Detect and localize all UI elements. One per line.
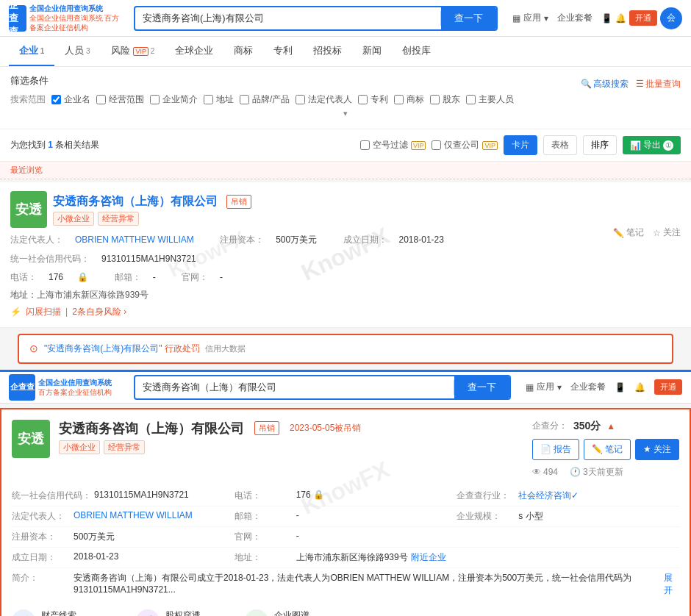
nearby-link[interactable]: 附近企业 (411, 551, 446, 564)
expand-button[interactable]: ▾ (343, 109, 348, 118)
phone-icon: 📱 (601, 13, 612, 24)
search-button[interactable]: 查一下 (441, 7, 496, 29)
second-search-input[interactable] (135, 382, 454, 393)
clock-icon: 🕐 (570, 467, 581, 477)
website-value: - (296, 531, 299, 543)
filter-company-name[interactable]: 企业名 (51, 93, 90, 106)
tab-news[interactable]: 新闻 (352, 37, 392, 66)
card-view-button[interactable]: 卡片 (504, 135, 537, 155)
filter-address[interactable]: 地址 (204, 93, 234, 106)
second-phone-icon: 📱 (615, 382, 626, 393)
open-button[interactable]: 开通 (629, 10, 657, 26)
empty-filter[interactable]: 空号过滤 VIP (360, 139, 426, 151)
second-search-button[interactable]: 查一下 (454, 376, 509, 398)
export-button[interactable]: 📊 导出 ① (623, 136, 681, 154)
enterprise-suite-button[interactable]: 企业套餐 (557, 12, 592, 24)
reg-capital-cell: 注册资本： 500万美元 (12, 531, 234, 543)
second-open-button[interactable]: 开通 (654, 379, 682, 395)
filter-intro[interactable]: 企业简介 (150, 93, 198, 106)
second-app-button[interactable]: ▦ 应用 ▾ (526, 381, 562, 393)
tab-global[interactable]: 全球企业 (165, 37, 223, 66)
second-search-bar[interactable]: 查一下 (134, 375, 511, 400)
second-enterprise-suite[interactable]: 企业套餐 (570, 381, 606, 393)
advanced-search-link[interactable]: 🔍 高级搜索 (581, 78, 629, 90)
phone-value: 176 🔒 (296, 490, 324, 502)
alert-text: "安透商务咨询(上海)有限公司" 行政处罚 信用大数据 (44, 343, 246, 355)
risk-count-link[interactable]: 2条自身风险 › (72, 306, 126, 318)
tab-enterprise[interactable]: 企业 1 (9, 37, 54, 66)
industry-value[interactable]: 社会经济咨询✓ (518, 490, 579, 502)
legal-rep-link[interactable]: OBRIEN MATTHEW WILLIAM (75, 234, 194, 245)
filter-patent[interactable]: 专利 (358, 93, 388, 106)
search-input[interactable] (135, 12, 440, 24)
sort-button[interactable]: 排序 (583, 135, 617, 155)
export-count: ① (663, 140, 673, 151)
logo-icon: 企查查 (9, 5, 26, 32)
flash-scan-link[interactable]: 闪展扫描 (26, 306, 61, 318)
tab-trademark[interactable]: 商标 (223, 37, 263, 66)
expand-row: ▾ (10, 106, 681, 121)
expand-link[interactable]: 展开 (664, 572, 679, 597)
recently-viewed: 最近浏览 (0, 162, 691, 179)
search-icon: 🔍 (581, 79, 592, 89)
avatar: 会 (660, 7, 682, 29)
credit-code-value: 91310115MA1H9N3721 (94, 490, 189, 502)
email-cell: 邮箱： - (234, 510, 457, 523)
filter-brand[interactable]: 品牌/产品 (240, 93, 290, 106)
detail-tags: 小微企业 经营异常 (59, 440, 523, 454)
follow-button[interactable]: ☆ 关注 (653, 226, 681, 239)
tab-people[interactable]: 人员 3 (54, 37, 100, 66)
property-clue-item[interactable]: ⚡ 财产线索 财产线索 2 线索数量 2 (12, 609, 121, 616)
app-button[interactable]: ▦ 应用 ▾ (512, 12, 548, 24)
tab-investment[interactable]: 创投库 (392, 37, 441, 66)
name-row: 安透商务咨询（上海）有限公司 吊销 (53, 194, 251, 209)
email-value: - (296, 510, 299, 523)
legal-rep-cell: 法定代表人： OBRIEN MATTHEW WILLIAM (12, 510, 234, 523)
detail-note-button[interactable]: ✏️ 笔记 (584, 439, 631, 460)
second-logo-icon: 企查查 (9, 374, 35, 401)
filter-shareholder[interactable]: 股东 (430, 93, 460, 106)
views-stat: 👁 494 (532, 467, 558, 477)
company-name-link[interactable]: 安透商务咨询（上海）有限公司 (53, 194, 218, 209)
search-bar[interactable]: 查一下 (134, 6, 498, 31)
graph-item[interactable]: ◆ 企业图谱 企业信息一图掌控 (245, 609, 339, 616)
info-row-4: 成立日期： 2018-01-23 地址： 上海市浦东新区海徐路939号 附近企业 (12, 548, 679, 568)
filter-legal-rep[interactable]: 法定代表人 (296, 93, 352, 106)
list-icon: ☰ (636, 79, 644, 89)
legal-rep-value[interactable]: OBRIEN MATTHEW WILLIAM (74, 510, 193, 523)
info-row-3: 注册资本： 500万美元 官网： - (12, 527, 679, 548)
tab-risk[interactable]: 风险 VIP 2 (101, 37, 165, 66)
table-view-button[interactable]: 表格 (543, 135, 577, 155)
detail-follow-button[interactable]: ★ 关注 (635, 439, 679, 460)
equity-item[interactable]: 🔗 股权穿透 按层深层查权结构 (136, 609, 230, 616)
second-logo-text: 全国企业信用查询系统 百方备案企业征信机构 (38, 378, 112, 397)
filter-trademark[interactable]: 商标 (394, 93, 424, 106)
logo-text: 全国企业信用查询系统 全国企业信用查询系统 百方备案企业征信机构 (29, 4, 126, 32)
second-header-right: ▦ 应用 ▾ 企业套餐 📱 🔔 开通 (526, 379, 682, 395)
status-badge: 吊销 (226, 195, 251, 209)
company-only-filter[interactable]: 仅查公司 VIP (432, 139, 498, 151)
batch-query-link[interactable]: ☰ 批量查询 (636, 78, 681, 90)
score-row: 企查分： 350分 ▲ (532, 420, 679, 433)
eye-icon: 👁 (532, 467, 541, 477)
detail-company-name[interactable]: 安透商务咨询（上海）有限公司 (59, 420, 244, 437)
filter-scope-biz[interactable]: 经营范围 (96, 93, 144, 106)
summary-cell: 简介： 安透商务咨询（上海）有限公司成立于2018-01-23，法走代表人为OB… (12, 572, 679, 597)
lock-icon: 🔒 (77, 272, 88, 282)
second-logo-area: 企查查 全国企业信用查询系统 百方备案企业征信机构 (9, 374, 126, 401)
warning-icon: ⊙ (29, 343, 38, 354)
alert-company-name[interactable]: "安透商务咨询(上海)有限公司" (44, 343, 162, 354)
report-button[interactable]: 📄 报告 (532, 439, 579, 460)
feature-row: ⚡ 财产线索 财产线索 2 线索数量 2 🔗 股权穿透 按层深层查权结构 ◆ 企… (12, 609, 679, 616)
tab-patent[interactable]: 专利 (263, 37, 303, 66)
filter-main-people[interactable]: 主要人员 (466, 93, 514, 106)
detail-tag-small: 小微企业 (59, 440, 100, 454)
detail-card-header: 安透 安透商务咨询（上海）有限公司 吊销 2023-05-05被吊销 小微企业 … (12, 420, 679, 479)
tab-bidding[interactable]: 招投标 (303, 37, 352, 66)
card-actions: ✏️ 笔记 ☆ 关注 (613, 226, 681, 239)
detail-card: KnowFX 安透 安透商务咨询（上海）有限公司 吊销 2023-05-05被吊… (0, 408, 691, 616)
risk-row: ⚡ 闪展扫描 | 2条自身风险 › (10, 306, 681, 318)
established-cell: 成立日期： 2018-01-23 (12, 551, 234, 564)
pencil-icon2: ✏️ (592, 444, 603, 454)
note-button[interactable]: ✏️ 笔记 (613, 226, 644, 239)
